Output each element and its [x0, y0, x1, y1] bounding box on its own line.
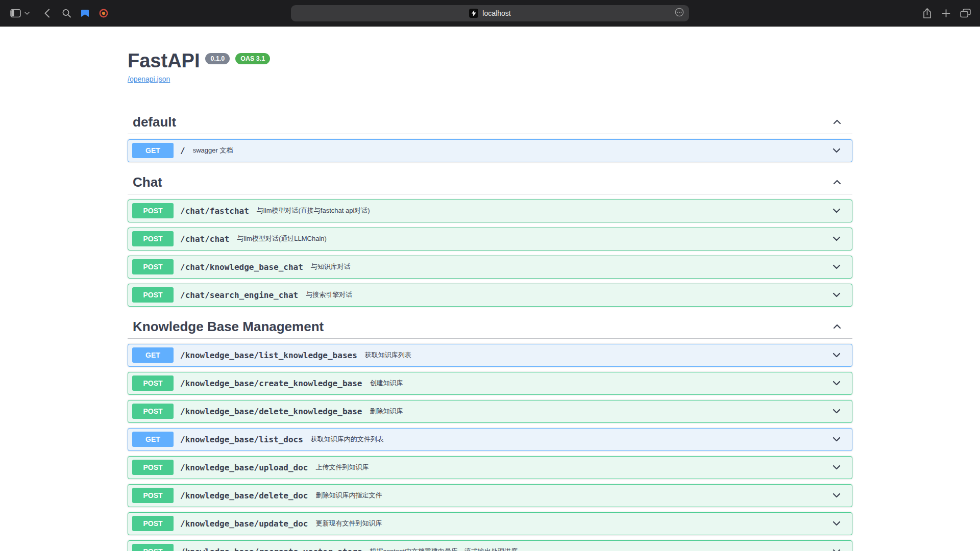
share-icon[interactable] — [922, 8, 932, 19]
chevron-down-icon — [831, 406, 842, 416]
method-badge: POST — [132, 460, 174, 475]
operation-row[interactable]: POST /knowledge_base/delete_knowledge_ba… — [128, 400, 852, 423]
expand-operation-button[interactable] — [831, 378, 842, 388]
sidebar-toggle-icon[interactable] — [10, 9, 21, 17]
collapse-section-button[interactable] — [832, 177, 842, 187]
expand-operation-button[interactable] — [831, 262, 842, 272]
operation-path: /knowledge_base/delete_knowledge_base — [180, 407, 362, 416]
expand-operation-button[interactable] — [831, 546, 842, 551]
operation-description: 删除知识库 — [370, 407, 403, 416]
operation-path: /chat/fastchat — [180, 206, 249, 216]
method-badge: POST — [132, 404, 174, 419]
blue-extension-icon[interactable] — [81, 9, 89, 17]
expand-operation-button[interactable] — [831, 406, 842, 416]
operation-row[interactable]: GET /knowledge_base/list_knowledge_bases… — [128, 344, 852, 367]
method-badge: POST — [132, 231, 174, 246]
operation-path: /knowledge_base/recreate_vector_store — [180, 547, 362, 551]
operation-description: 与知识库对话 — [311, 262, 351, 271]
expand-operation-button[interactable] — [831, 490, 842, 500]
orange-extension-icon[interactable] — [99, 9, 108, 18]
browser-toolbar: localhost — [0, 0, 980, 27]
operation-row[interactable]: POST /knowledge_base/recreate_vector_sto… — [128, 540, 852, 551]
section-title: Chat — [133, 174, 162, 190]
new-tab-icon[interactable] — [942, 9, 950, 17]
expand-operation-button[interactable] — [831, 350, 842, 360]
swagger-page: FastAPI 0.1.0 OAS 3.1 /openapi.json defa… — [0, 27, 980, 551]
method-badge: POST — [132, 287, 174, 303]
sidebar-menu-chevron-icon[interactable] — [24, 11, 30, 15]
method-badge: POST — [132, 203, 174, 218]
api-section: Chat POST /chat/fastchat 与llm模型对话(直接与fas… — [128, 167, 852, 307]
chevron-down-icon — [831, 434, 842, 444]
operation-path: /knowledge_base/update_doc — [180, 519, 308, 529]
operation-row[interactable]: POST /chat/knowledge_base_chat 与知识库对话 — [128, 256, 852, 279]
method-badge: GET — [132, 347, 174, 363]
expand-operation-button[interactable] — [831, 234, 842, 244]
chevron-down-icon — [831, 290, 842, 300]
chevron-down-icon — [831, 546, 842, 551]
method-badge: GET — [132, 432, 174, 447]
operation-description: 根据content中文档重建向量库，流式输出处理进度。 — [370, 547, 524, 551]
openapi-spec-link[interactable]: /openapi.json — [128, 75, 170, 83]
oas-badge: OAS 3.1 — [235, 53, 270, 64]
expand-operation-button[interactable] — [831, 145, 842, 156]
operation-row[interactable]: POST /knowledge_base/delete_doc 删除知识库内指定… — [128, 484, 852, 507]
operation-path: /knowledge_base/create_knowledge_base — [180, 379, 362, 388]
expand-operation-button[interactable] — [831, 290, 842, 300]
chevron-up-icon — [832, 117, 842, 127]
chevron-up-icon — [832, 177, 842, 187]
expand-operation-button[interactable] — [831, 518, 842, 529]
operation-path: /chat/knowledge_base_chat — [180, 262, 303, 272]
method-badge: POST — [132, 544, 174, 551]
operation-row[interactable]: POST /knowledge_base/upload_doc 上传文件到知识库 — [128, 456, 852, 479]
api-title-row: FastAPI 0.1.0 OAS 3.1 — [128, 50, 852, 72]
operation-path: /knowledge_base/delete_doc — [180, 491, 308, 500]
search-icon[interactable] — [62, 8, 71, 18]
section-header[interactable]: Knowledge Base Management — [128, 312, 852, 339]
method-badge: GET — [132, 143, 174, 158]
address-bar[interactable]: localhost — [291, 5, 689, 21]
operations-list: GET /knowledge_base/list_knowledge_bases… — [128, 344, 852, 551]
operation-path: /chat/search_engine_chat — [180, 290, 298, 300]
operation-description: 获取知识库列表 — [365, 350, 411, 360]
section-title: Knowledge Base Management — [133, 319, 324, 335]
operation-row[interactable]: GET / swagger 文档 — [128, 139, 852, 162]
operation-row[interactable]: POST /knowledge_base/update_doc 更新现有文件到知… — [128, 512, 852, 535]
operation-path: / — [180, 146, 185, 156]
expand-operation-button[interactable] — [831, 206, 842, 216]
collapse-section-button[interactable] — [832, 117, 842, 127]
collapse-section-button[interactable] — [832, 321, 842, 332]
operation-path: /knowledge_base/list_knowledge_bases — [180, 350, 357, 360]
operation-description: 获取知识库内的文件列表 — [311, 435, 384, 444]
section-header[interactable]: Chat — [128, 167, 852, 194]
operation-description: 上传文件到知识库 — [315, 463, 369, 472]
operation-row[interactable]: POST /chat/chat 与llm模型对话(通过LLMChain) — [128, 228, 852, 251]
site-favicon-icon — [469, 9, 478, 18]
page-title: FastAPI — [128, 50, 200, 72]
operation-row[interactable]: POST /knowledge_base/create_knowledge_ba… — [128, 372, 852, 395]
operation-description: 更新现有文件到知识库 — [315, 519, 382, 528]
operation-path: /knowledge_base/upload_doc — [180, 463, 308, 472]
api-section: default GET / swagger 文档 — [128, 107, 852, 162]
operation-description: 删除知识库内指定文件 — [315, 491, 382, 500]
operation-path: /chat/chat — [180, 234, 229, 244]
expand-operation-button[interactable] — [831, 434, 842, 444]
method-badge: POST — [132, 516, 174, 531]
operation-description: 创建知识库 — [370, 379, 403, 388]
version-badge: 0.1.0 — [205, 53, 230, 64]
chevron-down-icon — [831, 490, 842, 500]
chevron-up-icon — [832, 321, 842, 332]
back-button-icon[interactable] — [44, 8, 50, 18]
tab-overview-icon[interactable] — [960, 9, 971, 18]
section-header[interactable]: default — [128, 107, 852, 134]
chevron-down-icon — [831, 234, 842, 244]
operation-row[interactable]: GET /knowledge_base/list_docs 获取知识库内的文件列… — [128, 428, 852, 451]
operation-description: 与llm模型对话(直接与fastchat api对话) — [257, 206, 370, 215]
operation-row[interactable]: POST /chat/fastchat 与llm模型对话(直接与fastchat… — [128, 199, 852, 222]
operation-row[interactable]: POST /chat/search_engine_chat 与搜索引擎对话 — [128, 284, 852, 307]
operations-list: GET / swagger 文档 — [128, 139, 852, 162]
operation-description: swagger 文档 — [193, 146, 233, 155]
expand-operation-button[interactable] — [831, 462, 842, 472]
page-options-icon[interactable] — [675, 8, 684, 19]
section-title: default — [133, 114, 176, 130]
